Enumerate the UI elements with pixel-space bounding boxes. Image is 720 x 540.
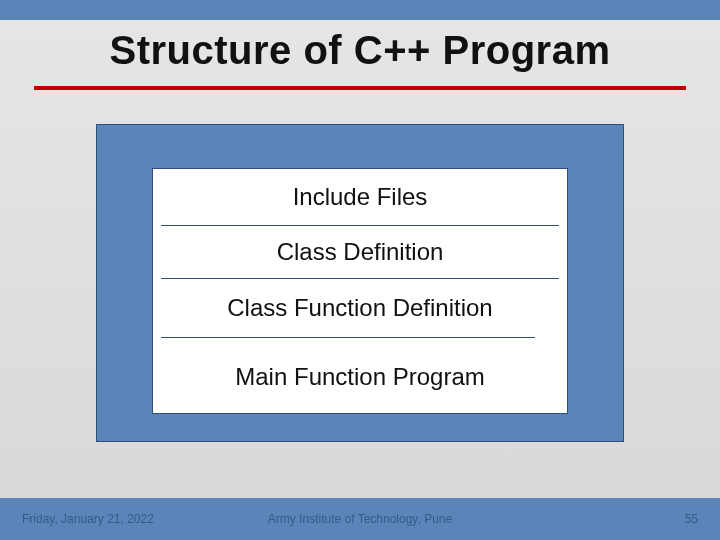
diagram-row-main-function-program: Main Function Program [153, 338, 567, 416]
diagram-row-class-definition: Class Definition [153, 226, 567, 278]
diagram-inner-box: Include Files Class Definition Class Fun… [152, 168, 568, 414]
top-accent-bar [0, 0, 720, 20]
diagram-row-include-files: Include Files [153, 169, 567, 225]
footer-page-number: 55 [685, 512, 698, 526]
diagram-row-class-function-definition: Class Function Definition [153, 279, 567, 337]
footer-bar: Friday, January 21, 2022 Army Institute … [0, 498, 720, 540]
footer-organization: Army Institute of Technology, Pune [0, 512, 720, 526]
title-underline [34, 86, 686, 90]
slide-title: Structure of C++ Program [0, 28, 720, 73]
